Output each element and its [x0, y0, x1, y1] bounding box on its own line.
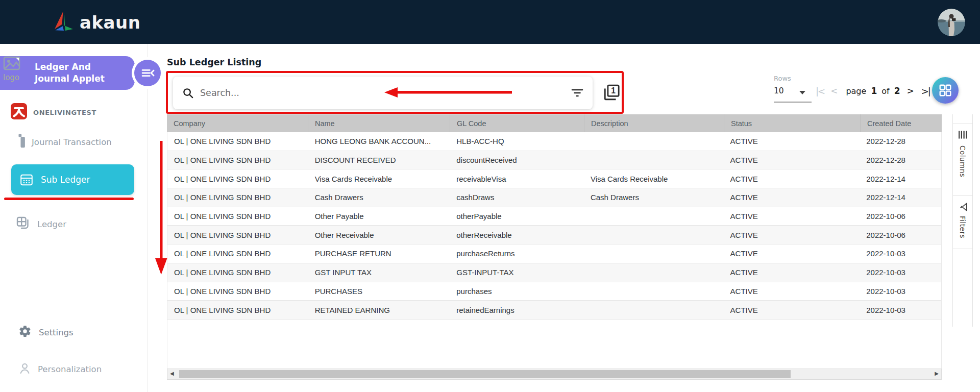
- cell-company: OL | ONE LIVING SDN BHD: [167, 156, 308, 164]
- sidebar-item-label: Ledger: [37, 219, 66, 229]
- column-header-description[interactable]: Description: [584, 114, 724, 132]
- grid-apps-icon: [939, 84, 952, 97]
- column-header-gl_code[interactable]: GL Code: [450, 114, 584, 132]
- cell-created_date: 2022-12-14: [860, 193, 941, 202]
- svg-text:1: 1: [611, 86, 616, 95]
- akaun-logo-icon: [52, 8, 76, 37]
- cell-name: GST INPUT TAX: [308, 268, 450, 277]
- column-header-status[interactable]: Status: [724, 114, 860, 132]
- copy-pages-1-icon[interactable]: 1: [600, 82, 623, 104]
- cell-created_date: 2022-10-06: [860, 212, 941, 220]
- scroll-right-icon[interactable]: ▶: [935, 371, 939, 376]
- table-row[interactable]: OL | ONE LIVING SDN BHDOther Payableothe…: [167, 207, 941, 226]
- table-row[interactable]: OL | ONE LIVING SDN BHDDISCOUNT RECEIVED…: [167, 151, 941, 170]
- sidebar-item-ledger[interactable]: Ledger: [16, 217, 66, 231]
- cell-name: HONG LEONG BANK ACCOUN...: [308, 137, 450, 145]
- cell-status: ACTIVE: [724, 287, 860, 296]
- sidebar-item-label: Settings: [39, 328, 74, 337]
- table-side-panel: Columns Filters: [952, 114, 973, 327]
- logo-alt-text: logo: [3, 74, 30, 82]
- cell-name: Cash Drawers: [308, 193, 450, 202]
- brand-name: akaun: [80, 12, 140, 33]
- table-row[interactable]: OL | ONE LIVING SDN BHDVisa Cards Receiv…: [167, 169, 941, 188]
- sidebar-item-personalization[interactable]: Personalization: [18, 362, 102, 376]
- sidebar-item-sub-ledger[interactable]: Sub Ledger: [11, 164, 134, 195]
- cell-gl_code: otherReceivable: [450, 231, 584, 239]
- filters-panel-label: Filters: [959, 216, 967, 238]
- sub-ledger-table: CompanyNameGL CodeDescriptionStatusCreat…: [167, 114, 942, 380]
- topbar: akaun: [0, 0, 980, 44]
- filters-panel-button[interactable]: Filters: [953, 195, 972, 249]
- cell-created_date: 2022-10-03: [860, 306, 941, 314]
- table-empty-area: [167, 320, 942, 369]
- filter-list-icon[interactable]: [571, 88, 583, 98]
- cell-company: OL | ONE LIVING SDN BHD: [167, 137, 308, 145]
- page-word: page: [846, 86, 866, 96]
- sidebar-item-settings[interactable]: Settings: [18, 325, 74, 339]
- cell-name: PURCHASES: [308, 287, 450, 296]
- column-header-created_date[interactable]: Created Date: [860, 114, 942, 132]
- cell-gl_code: cashDraws: [450, 193, 584, 202]
- cell-description: Cash Drawers: [584, 193, 724, 202]
- table-row[interactable]: OL | ONE LIVING SDN BHDRETAINED EARNINGr…: [167, 301, 941, 320]
- cell-created_date: 2022-12-28: [860, 156, 941, 164]
- table-row[interactable]: OL | ONE LIVING SDN BHDPURCHASE RETURNpu…: [167, 244, 941, 263]
- select-underline: [774, 102, 812, 103]
- cell-gl_code: discountReceived: [450, 156, 584, 164]
- user-avatar[interactable]: [938, 9, 965, 36]
- cell-status: ACTIVE: [724, 249, 860, 258]
- pagination: |< < page 1 of 2 > >|: [816, 82, 930, 100]
- prev-page-button[interactable]: <: [830, 86, 838, 96]
- search-input[interactable]: [200, 88, 571, 98]
- cell-company: OL | ONE LIVING SDN BHD: [167, 268, 308, 277]
- cell-name: DISCOUNT RECEIVED: [308, 156, 450, 164]
- cell-created_date: 2022-10-03: [860, 287, 941, 296]
- cell-company: OL | ONE LIVING SDN BHD: [167, 231, 308, 239]
- cell-status: ACTIVE: [724, 137, 860, 145]
- first-page-button[interactable]: |<: [816, 86, 824, 96]
- cell-gl_code: purchaseReturns: [450, 249, 584, 258]
- cell-created_date: 2022-12-14: [860, 175, 941, 183]
- ledger-icon: [16, 216, 30, 232]
- table-row[interactable]: OL | ONE LIVING SDN BHDGST INPUT TAXGST-…: [167, 263, 941, 282]
- org-red-icon: [11, 103, 27, 122]
- total-pages: 2: [894, 86, 900, 96]
- scroll-left-icon[interactable]: ◀: [170, 371, 174, 376]
- column-header-name[interactable]: Name: [308, 114, 450, 132]
- cell-status: ACTIVE: [724, 212, 860, 220]
- table-body: OL | ONE LIVING SDN BHDHONG LEONG BANK A…: [167, 132, 942, 320]
- column-header-company[interactable]: Company: [167, 114, 308, 132]
- broken-logo-image: logo: [3, 56, 30, 82]
- cell-company: OL | ONE LIVING SDN BHD: [167, 175, 308, 183]
- rows-per-page-value: 10: [774, 86, 784, 95]
- sidebar-collapse-button[interactable]: [134, 60, 161, 86]
- cell-status: ACTIVE: [724, 231, 860, 239]
- last-page-button[interactable]: >|: [921, 86, 930, 96]
- scrollbar-thumb[interactable]: [179, 370, 791, 378]
- person-icon: [18, 362, 31, 377]
- sidebar-item-label: Journal Transaction: [32, 137, 112, 147]
- columns-panel-button[interactable]: Columns: [953, 124, 972, 195]
- rows-per-page-select[interactable]: 10: [774, 86, 812, 101]
- cell-status: ACTIVE: [724, 193, 860, 202]
- columns-panel-label: Columns: [959, 145, 967, 177]
- search-icon: [182, 87, 194, 99]
- cell-company: OL | ONE LIVING SDN BHD: [167, 287, 308, 296]
- annotation-underline-sub-ledger: [4, 198, 134, 200]
- cell-name: Visa Cards Receivable: [308, 175, 450, 183]
- horizontal-scrollbar[interactable]: ◀ ▶: [167, 369, 942, 380]
- cell-status: ACTIVE: [724, 156, 860, 164]
- table-row[interactable]: OL | ONE LIVING SDN BHDHONG LEONG BANK A…: [167, 132, 941, 151]
- sidebar-item-org[interactable]: ONELIVINGTEST: [11, 103, 96, 122]
- search-bar: [173, 77, 593, 109]
- table-row[interactable]: OL | ONE LIVING SDN BHDCash DrawerscashD…: [167, 188, 941, 207]
- table-row[interactable]: OL | ONE LIVING SDN BHDOther Receivableo…: [167, 226, 941, 244]
- rows-per-page-label: Rows: [774, 75, 791, 82]
- next-page-button[interactable]: >: [906, 86, 914, 96]
- apps-grid-button[interactable]: [932, 77, 959, 104]
- cell-name: Other Receivable: [308, 231, 450, 239]
- table-row[interactable]: OL | ONE LIVING SDN BHDPURCHASESpurchase…: [167, 282, 941, 301]
- sidebar-item-journal-transaction[interactable]: Journal Transaction: [18, 134, 112, 150]
- sidebar-item-label: Sub Ledger: [41, 175, 90, 185]
- cell-gl_code: retainedEarnings: [450, 306, 584, 314]
